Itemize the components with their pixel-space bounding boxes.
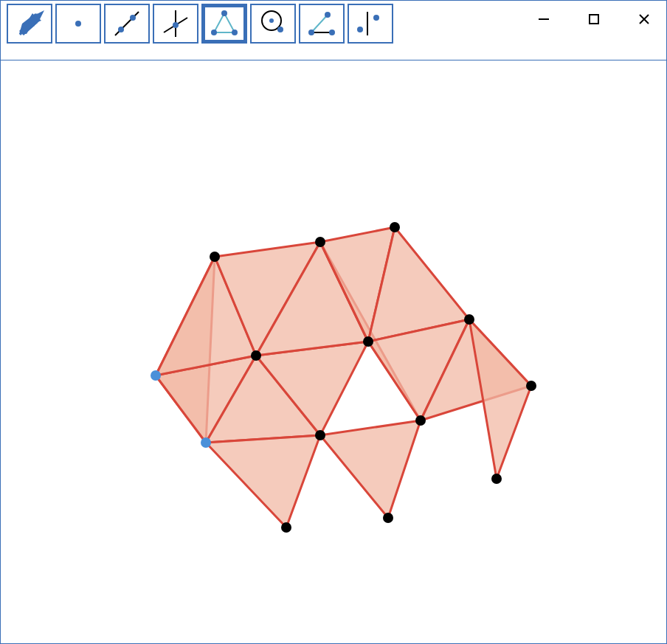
toolbar-divider (1, 60, 666, 60)
point[interactable] (251, 350, 261, 361)
svg-point-25 (329, 30, 335, 35)
point[interactable] (390, 222, 400, 232)
point[interactable] (281, 522, 291, 533)
free-point[interactable] (201, 437, 211, 448)
svg-point-8 (75, 21, 81, 27)
svg-point-11 (130, 15, 136, 21)
minimize-button[interactable] (529, 8, 559, 30)
line-icon (111, 7, 143, 40)
free-point[interactable] (151, 370, 161, 381)
maximize-icon (588, 13, 600, 25)
svg-line-9 (115, 12, 139, 35)
point-icon (63, 9, 93, 38)
reflect-tool[interactable] (348, 4, 393, 44)
circle-tool[interactable] (250, 4, 296, 44)
titlebar (1, 1, 666, 46)
polygon-icon (208, 7, 241, 40)
reflect-icon (354, 7, 387, 40)
point[interactable] (383, 513, 393, 523)
svg-line-23 (311, 15, 328, 32)
svg-point-14 (173, 22, 179, 28)
close-button[interactable] (629, 8, 659, 30)
svg-point-10 (118, 27, 124, 32)
svg-rect-31 (590, 15, 598, 24)
perpendicular-icon (159, 7, 192, 40)
window-controls (529, 8, 659, 30)
triangle[interactable] (206, 435, 320, 527)
svg-point-21 (277, 27, 283, 32)
point[interactable] (491, 474, 502, 484)
svg-marker-7 (19, 10, 44, 35)
svg-point-18 (232, 30, 238, 35)
point[interactable] (363, 336, 373, 347)
circle-icon (257, 7, 289, 40)
svg-point-17 (211, 30, 217, 35)
main-toolbar (7, 4, 393, 44)
polygon-tool[interactable] (201, 4, 247, 44)
point[interactable] (315, 430, 325, 440)
arrow-icon (15, 9, 44, 38)
point[interactable] (415, 415, 426, 426)
point[interactable] (526, 381, 536, 391)
angle-tool[interactable] (299, 4, 345, 44)
svg-point-24 (308, 30, 314, 35)
angle-icon (305, 7, 338, 40)
app-window (0, 0, 667, 644)
move-tool[interactable] (7, 4, 52, 44)
svg-point-28 (357, 27, 363, 32)
geometry-svg (1, 61, 667, 643)
point[interactable] (315, 237, 325, 247)
point[interactable] (464, 314, 474, 325)
minimize-icon (537, 13, 550, 26)
maximize-button[interactable] (579, 8, 609, 30)
geometry-canvas[interactable] (1, 61, 666, 643)
svg-point-20 (269, 18, 274, 23)
point-tool[interactable] (55, 4, 101, 44)
line-tool[interactable] (104, 4, 150, 44)
close-icon (637, 13, 651, 26)
triangle[interactable] (320, 420, 421, 518)
point[interactable] (210, 252, 220, 262)
svg-point-16 (221, 10, 227, 16)
perpendicular-line-tool[interactable] (153, 4, 198, 44)
svg-point-29 (373, 15, 379, 21)
svg-point-26 (325, 12, 331, 18)
